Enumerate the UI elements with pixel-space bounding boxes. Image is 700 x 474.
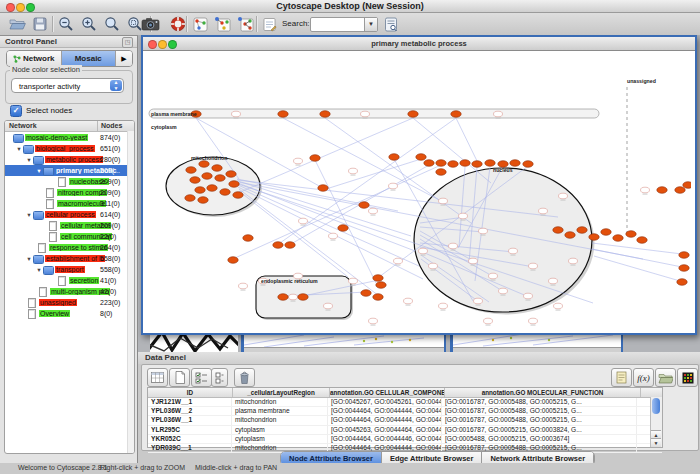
tree-row[interactable]: mosaic-demo-yeast874(0): [5, 132, 134, 143]
network-node[interactable]: [376, 282, 386, 289]
network-node[interactable]: [436, 169, 446, 176]
import-attributes-icon[interactable]: [655, 368, 676, 387]
network-node[interactable]: [679, 265, 689, 272]
tree-row[interactable]: ▼transport558(0): [5, 264, 134, 275]
network-node[interactable]: [529, 263, 538, 269]
network-edge[interactable]: [235, 165, 441, 258]
network-node[interactable]: [460, 160, 470, 167]
network-node[interactable]: [212, 165, 222, 172]
network-node[interactable]: [373, 275, 383, 282]
tree-row[interactable]: ▼biological_process651(0): [5, 143, 134, 154]
network-node[interactable]: [215, 175, 225, 182]
network-node[interactable]: [199, 161, 209, 168]
network-node[interactable]: [559, 193, 568, 199]
node-color-select[interactable]: transporter activity ▲▼: [11, 78, 124, 93]
delete-attribute-icon[interactable]: [234, 368, 255, 387]
table-column-header[interactable]: _cellularLayoutRegion: [233, 388, 330, 397]
network-node[interactable]: [232, 111, 241, 117]
search-input[interactable]: ▼: [310, 17, 378, 32]
table-scrollbar[interactable]: ▲ ▼: [650, 397, 662, 447]
network-node[interactable]: [523, 161, 533, 168]
network-node[interactable]: [202, 173, 212, 180]
network-node[interactable]: [243, 235, 253, 242]
select-nodes-checkbox[interactable]: ✓: [10, 105, 22, 117]
network-overview-icon[interactable]: [190, 14, 210, 34]
network-node[interactable]: [361, 111, 370, 117]
background-window-2[interactable]: [241, 333, 446, 352]
function-builder-icon[interactable]: f(x): [633, 368, 654, 387]
open-icon[interactable]: [7, 14, 27, 34]
tree-column-network[interactable]: Network: [9, 122, 37, 129]
network-node[interactable]: [294, 158, 303, 164]
table-scrollbar-thumb[interactable]: [652, 398, 660, 414]
network-node[interactable]: [369, 208, 378, 214]
network-node[interactable]: [329, 233, 338, 239]
zoom-out-icon[interactable]: [56, 14, 76, 34]
network-node[interactable]: [459, 213, 468, 219]
network-node[interactable]: [318, 185, 328, 192]
network-node[interactable]: [683, 182, 691, 189]
network-node[interactable]: [185, 195, 195, 202]
table-row[interactable]: YLR295Ccytoplasm[GO:0045263, GO:0044464,…: [148, 426, 662, 435]
network-graph[interactable]: plasma membranecytoplasmmitochondrionnuc…: [143, 51, 691, 331]
network-node[interactable]: [195, 187, 205, 194]
table-column-header[interactable]: ID: [148, 388, 233, 397]
annotation-icon[interactable]: [259, 14, 279, 34]
tab-overflow-arrow[interactable]: ▶: [116, 51, 132, 66]
network-node[interactable]: [394, 258, 403, 264]
network-node[interactable]: [369, 318, 378, 324]
network-node[interactable]: [641, 187, 650, 193]
network-node[interactable]: [494, 111, 503, 117]
layout-nodes-icon[interactable]: [212, 14, 232, 34]
network-node[interactable]: [186, 167, 196, 174]
tree-column-nodes[interactable]: Nodes: [101, 122, 122, 129]
zoom-in-icon[interactable]: [79, 14, 99, 34]
tree-expander-icon[interactable]: ▼: [15, 146, 23, 152]
network-node[interactable]: [637, 237, 647, 244]
network-node[interactable]: [324, 303, 333, 309]
network-node[interactable]: [484, 318, 493, 324]
network-node[interactable]: [439, 198, 448, 204]
table-row[interactable]: YPL036W__1mitochondrion[GO:0044464, GO:0…: [148, 416, 662, 425]
network-node[interactable]: [565, 232, 575, 239]
notepad-icon[interactable]: [611, 368, 632, 387]
table-row[interactable]: YKR052Ccytoplasm[GO:0044464, GO:0044446,…: [148, 435, 662, 444]
tree-expander-icon[interactable]: ▼: [35, 267, 43, 273]
network-node[interactable]: [509, 248, 518, 254]
tree-row[interactable]: ▼cellular process614(0): [5, 209, 134, 220]
network-node[interactable]: [675, 187, 685, 194]
network-node[interactable]: [349, 278, 358, 284]
unselect-all-attributes-icon[interactable]: [211, 368, 228, 387]
network-node[interactable]: [626, 231, 636, 238]
network-node[interactable]: [190, 177, 200, 184]
network-node[interactable]: [679, 252, 689, 259]
network-node[interactable]: [469, 258, 478, 264]
network-edge[interactable]: [592, 249, 682, 267]
network-edge[interactable]: [592, 243, 682, 254]
network-node[interactable]: [489, 273, 498, 279]
network-node[interactable]: [479, 228, 488, 234]
tree-row[interactable]: cellular metabol209(0): [5, 220, 134, 231]
network-node[interactable]: [569, 258, 578, 264]
network-edge[interactable]: [315, 160, 376, 283]
network-node[interactable]: [220, 189, 230, 196]
network-node[interactable]: [416, 154, 426, 161]
network-node[interactable]: [485, 160, 495, 167]
network-node[interactable]: [278, 111, 288, 118]
tree-row[interactable]: ▼establishment of lo558(0): [5, 253, 134, 264]
network-node[interactable]: [361, 290, 371, 297]
zoom-fit-icon[interactable]: [102, 14, 122, 34]
network-node[interactable]: [278, 294, 288, 301]
tab-network[interactable]: Network: [7, 51, 62, 66]
network-node[interactable]: [207, 185, 217, 192]
combo-stepper-icon[interactable]: ▲▼: [110, 80, 122, 91]
network-node[interactable]: [657, 187, 667, 194]
network-node[interactable]: [529, 318, 538, 324]
network-node[interactable]: [273, 242, 283, 249]
network-node[interactable]: [449, 243, 458, 249]
network-node[interactable]: [553, 227, 563, 234]
network-node[interactable]: [359, 202, 369, 209]
network-view-window[interactable]: primary metabolic process plasma membran…: [141, 35, 697, 335]
tree-expander-icon[interactable]: ▼: [25, 256, 33, 262]
search-config-icon[interactable]: [381, 14, 401, 34]
